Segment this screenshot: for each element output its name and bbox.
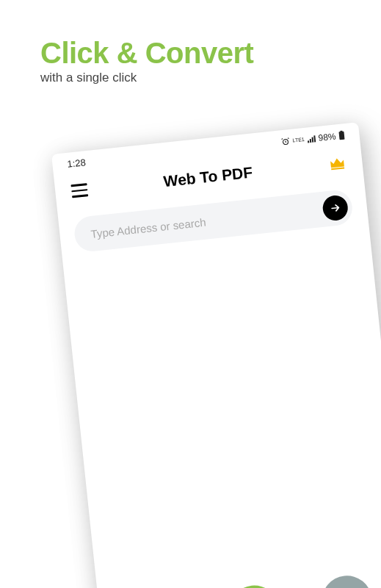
nav-item-settings[interactable]: Settings [319,573,376,588]
main-content [62,222,381,532]
status-time: 1:28 [67,157,87,170]
nav-item-bookmarks[interactable]: Bookmarks [227,583,283,588]
hamburger-menu-icon[interactable] [70,183,88,198]
nav-circle-settings [319,573,374,588]
hero-title: Click & Convert [40,37,253,70]
bottom-navigation: Bookmarks Settings [98,570,381,588]
svg-rect-2 [338,132,344,140]
phone-screen: 1:28 LTE1 98% Web To PDF [51,122,381,588]
battery-percent: 98% [318,131,336,143]
svg-rect-1 [340,130,342,132]
nav-circle-bookmarks [227,583,282,588]
crown-icon[interactable] [327,154,346,173]
go-button[interactable] [322,194,349,221]
alarm-icon [280,137,290,146]
signal-icon [307,135,316,143]
hero-subtitle: with a single click [40,71,137,85]
network-label: LTE1 [292,137,305,143]
arrow-right-icon [329,201,342,215]
phone-mockup: 1:28 LTE1 98% Web To PDF [51,122,381,588]
battery-icon [338,130,345,140]
